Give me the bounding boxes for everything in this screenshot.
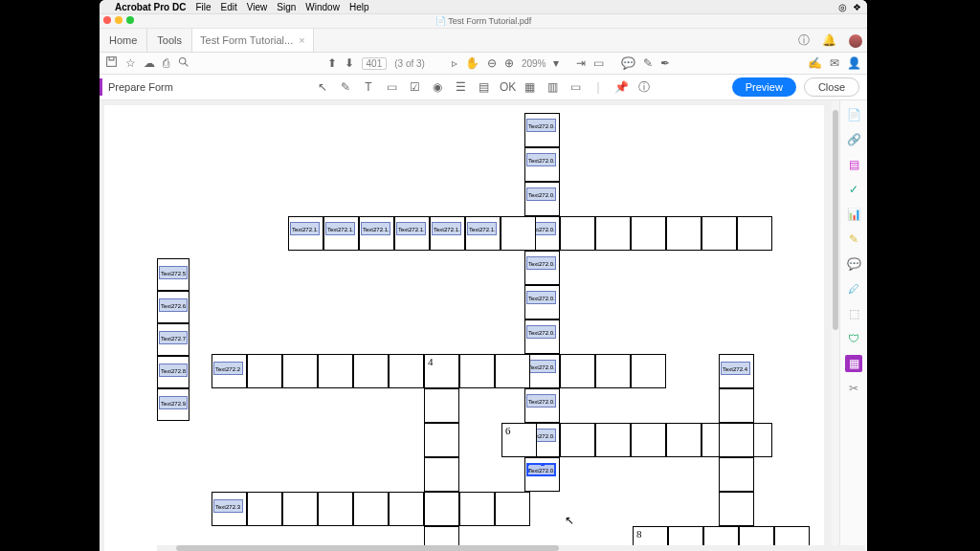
share-icon[interactable]: 👤	[847, 56, 861, 70]
tab-document[interactable]: Test Form Tutorial... ×	[192, 29, 314, 52]
star-icon[interactable]: ☆	[125, 56, 136, 70]
image-field-icon[interactable]: ▦	[523, 80, 536, 94]
more-info-icon[interactable]: ⓘ	[637, 79, 651, 96]
form-field[interactable]: Text272.0.5	[526, 291, 556, 304]
list-tool-icon[interactable]: ☰	[454, 80, 467, 94]
right-panel-tool[interactable]: 🛡	[845, 330, 862, 347]
right-panel-tool[interactable]: ▦	[845, 355, 862, 372]
preview-button[interactable]: Preview	[732, 77, 796, 97]
fit-width-icon[interactable]: ⇥	[576, 56, 586, 70]
crossword-cell	[631, 354, 666, 388]
right-panel-tool[interactable]: 📊	[845, 206, 862, 223]
form-field[interactable]: Text272.1.4	[432, 222, 461, 235]
account-avatar[interactable]	[849, 34, 862, 48]
vertical-scrollbar[interactable]	[832, 100, 839, 551]
help-icon[interactable]: ⓘ	[798, 33, 810, 47]
form-field[interactable]: Text272.0.1	[526, 153, 556, 166]
form-field[interactable]: Text272.8	[159, 364, 188, 377]
page-up-icon[interactable]: ⬆	[327, 56, 337, 70]
form-field[interactable]: Text272.3	[213, 499, 243, 513]
menu-view[interactable]: View	[247, 2, 268, 12]
sign-tool-icon[interactable]: ✍	[808, 56, 822, 70]
select-tool-icon[interactable]: ↖	[316, 80, 329, 94]
button-tool-icon[interactable]: OK	[500, 80, 513, 94]
right-panel-tool[interactable]: ⬚	[845, 305, 862, 322]
right-panel-tool[interactable]: ✎	[845, 231, 862, 248]
document-view[interactable]: Text272.0.0Text272.0.1Text272.0.2Text272…	[100, 100, 839, 551]
form-field[interactable]: Text272.0.8	[526, 394, 556, 408]
form-field[interactable]: Text272.1.2	[361, 222, 390, 235]
crossword-cell	[666, 423, 702, 457]
close-button[interactable]: Close	[804, 77, 859, 97]
right-panel-tool[interactable]: 💬	[845, 255, 862, 273]
form-field[interactable]: Text272.4	[721, 362, 750, 375]
zoom-out-icon[interactable]: ⊖	[487, 56, 497, 70]
zoom-in-icon[interactable]: ⊕	[504, 56, 514, 70]
selection-tool-icon[interactable]: ▹	[452, 56, 457, 70]
highlight-icon[interactable]: ✎	[643, 56, 653, 70]
crossword-cell	[424, 492, 459, 526]
app-name[interactable]: Acrobat Pro DC	[115, 2, 186, 12]
form-field[interactable]: Text272.1.5	[467, 222, 497, 235]
checkbox-tool-icon[interactable]: ☑	[408, 80, 421, 94]
dropdown-tool-icon[interactable]: ▤	[477, 80, 490, 94]
right-panel-tool[interactable]: ✂	[845, 380, 862, 397]
page-input[interactable]: 401	[362, 57, 388, 70]
form-field[interactable]: Text272.0.0	[526, 119, 556, 132]
crossword-cell	[495, 354, 530, 388]
crossword-cell	[389, 492, 424, 526]
form-field[interactable]: Text272.0.4	[526, 256, 556, 270]
menu-window[interactable]: Window	[305, 2, 340, 12]
signature-field-icon[interactable]: ▭	[568, 80, 582, 94]
fit-page-icon[interactable]: ▭	[593, 56, 604, 70]
right-panel-tool[interactable]: 📄	[845, 106, 862, 123]
print-icon[interactable]: ⎙	[163, 56, 169, 70]
hand-tool-icon[interactable]: ✋	[465, 56, 479, 70]
date-field-icon[interactable]: ▥	[546, 80, 559, 94]
text-field-tool-icon[interactable]: T	[362, 80, 375, 94]
zoom-level[interactable]: 209%	[522, 58, 546, 69]
form-field[interactable]: Text272.5	[159, 266, 188, 279]
save-icon[interactable]	[105, 55, 118, 71]
form-field[interactable]: Text272.1.3	[396, 222, 426, 235]
page-down-icon[interactable]: ⬇	[345, 56, 354, 70]
right-panel-tool[interactable]: ✓	[845, 181, 862, 198]
traffic-lights[interactable]	[103, 16, 134, 24]
edit-text-tool-icon[interactable]: ✎	[339, 80, 352, 94]
form-field[interactable]: Text272.6	[159, 298, 188, 312]
crossword-cell	[424, 457, 459, 492]
tab-tools[interactable]: Tools	[147, 29, 192, 52]
zoom-dropdown-icon[interactable]: ▾	[553, 56, 559, 70]
radio-tool-icon[interactable]: ◉	[431, 80, 444, 94]
cloud-icon[interactable]: ☁	[144, 56, 155, 70]
comment-icon[interactable]: 💬	[621, 56, 635, 70]
right-panel-tool[interactable]: 🔗	[845, 131, 862, 148]
form-field[interactable]: Text272.1.0	[290, 222, 320, 235]
crossword-cell	[560, 354, 595, 388]
crossword-cell	[282, 354, 318, 388]
menu-file[interactable]: File	[195, 2, 211, 12]
search-icon[interactable]	[177, 55, 189, 71]
horizontal-scrollbar[interactable]	[157, 545, 865, 551]
form-field[interactable]: Text272.0.10	[526, 463, 556, 476]
form-field[interactable]: Text272.0.2	[526, 187, 556, 201]
text-field-box-icon[interactable]: ▭	[385, 80, 398, 94]
right-panel-tool[interactable]: ▤	[845, 156, 862, 173]
bell-icon[interactable]: 🔔	[822, 33, 836, 47]
right-panel-tool[interactable]: 🖊	[845, 280, 862, 298]
close-tab-icon[interactable]: ×	[299, 34, 304, 46]
mail-icon[interactable]: ✉	[830, 56, 839, 70]
form-field[interactable]: Text272.1.1	[325, 222, 355, 235]
tab-home[interactable]: Home	[100, 29, 147, 52]
page-count: (3 of 3)	[394, 58, 425, 69]
form-field[interactable]: Text272.0.6	[526, 325, 556, 339]
pin-icon[interactable]: 📌	[614, 80, 628, 94]
form-field[interactable]: Text272.7	[159, 331, 188, 344]
menu-sign[interactable]: Sign	[277, 2, 296, 12]
form-field[interactable]: Text272.0.7	[526, 360, 556, 373]
form-field[interactable]: Text272.2	[213, 362, 243, 375]
sign-icon[interactable]: ✒	[660, 56, 670, 70]
menu-edit[interactable]: Edit	[221, 2, 237, 12]
menu-help[interactable]: Help	[349, 2, 369, 12]
form-field[interactable]: Text272.9	[159, 396, 188, 409]
